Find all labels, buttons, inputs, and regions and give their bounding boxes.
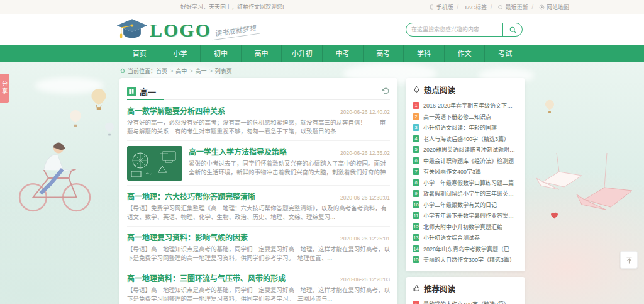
recommended-reading-title: 推荐阅读 (424, 283, 455, 295)
nav-item-2[interactable]: 初中 (200, 45, 241, 62)
search-input[interactable] (406, 26, 502, 33)
rank-badge: 2 (413, 113, 419, 120)
article-item-3: 高一地理复习资料：影响气候的因素 2020-06-26 12:25:01 【导语… (127, 227, 390, 267)
hot-air-balloon-icon (104, 122, 114, 136)
rank-badge: 9 (413, 190, 419, 197)
article-item-1: 高一学生入学方法指导及策略 2020-06-26 12:35:02 紧张的中考过… (127, 141, 390, 186)
nav-item-3[interactable]: 高中 (241, 45, 282, 62)
breadcrumb-prefix: 当前位置： (128, 67, 156, 75)
hot-reading-item-9[interactable]: 10 小学二年级跟数学有关的日记 (413, 200, 518, 211)
logo-text: LOGO (150, 20, 211, 41)
topbar-link-3[interactable]: 网站地图 (528, 3, 569, 11)
article-summary: 紧张的中考过去了，同学们怀着激动又兴奋的心情踏入了高中的校园。面对全新的生活环境… (189, 159, 390, 177)
site-header: LOGO 读书成就梦想 (0, 14, 644, 45)
thumbs-up-icon (413, 284, 421, 293)
hot-air-balloon-icon (91, 88, 107, 111)
nav-item-8[interactable]: 作文 (444, 45, 485, 62)
undo-icon[interactable] (381, 87, 390, 96)
article-title[interactable]: 高一地理资料：三圈环流与气压带、风带的形成 (127, 273, 286, 283)
hot-reading-item-2[interactable]: 3 小升初语文阅读：年轻的国旗 (413, 122, 518, 133)
sitemap-icon (539, 4, 545, 10)
hot-reading-item-10[interactable]: 11 小学五年级下册数学暑假作业答案【20-61 (413, 210, 518, 222)
rank-badge: 15 (413, 256, 419, 263)
nav-item-6[interactable]: 高考 (363, 45, 404, 62)
recommended-reading-panel: 推荐阅读 1 最欣赏的人作文400字（精选3篇） 2 关于感恩的中考满分作文60… (406, 277, 525, 304)
article-thumbnail[interactable] (127, 146, 182, 181)
article-date: 2020-06-26 12:30:01 (335, 194, 390, 201)
recommended-reading-item-0[interactable]: 1 最欣赏的人作文400字（精选3篇） (413, 299, 518, 304)
nav-item-4[interactable]: 小升初 (281, 45, 322, 62)
article-title[interactable]: 高一地理复习资料：影响气候的因素 (127, 232, 248, 242)
share-button[interactable]: 分享 (0, 74, 9, 103)
cyclist-illustration (13, 132, 96, 215)
hot-reading-header: 热点阅读 (413, 84, 518, 96)
main-navigation: 首页小学初中高中小升初中考高考学科作文考试 (0, 45, 644, 62)
hot-reading-item-4[interactable]: 5 2020雅思英语阅读临考冲刺试题附答案 (413, 144, 518, 155)
hot-reading-item-13[interactable]: 14 2020年山东青岛中考数学真题（已公布） (413, 244, 518, 255)
article-thumbnail-image (127, 146, 182, 181)
back-to-top-button[interactable] (620, 251, 638, 269)
hot-reading-item-0[interactable]: 1 2016-2020年春学期五年级语文下期末模拟 (413, 100, 518, 111)
hot-reading-item-14[interactable]: 15 美丽的大自然作文300字（精选3篇） (413, 254, 518, 266)
search-button[interactable] (502, 23, 522, 36)
heart-icon (550, 211, 558, 219)
rank-badge: 1 (413, 102, 419, 109)
hot-reading-item-6[interactable]: 7 有关风雨作文400字3篇 (413, 166, 518, 177)
brand-slogan: 读书成就梦想 (211, 22, 260, 40)
article-title[interactable]: 高一数学解题要分析四种关系 (127, 105, 225, 116)
hot-reading-item-5[interactable]: 6 中级会计职称题库《经济法》检测题 (413, 155, 518, 167)
nav-item-0[interactable]: 首页 (119, 45, 160, 62)
search-box (406, 23, 523, 37)
article-item-0: 高一数学解题要分析四种关系 2020-06-26 12:40:02 没有好的高一… (127, 100, 390, 141)
rank-badge: 11 (413, 212, 419, 219)
article-list-panel: 高一 高一数学解题要分析四种关系 2020-06-26 12:40:02 没有好… (119, 78, 397, 304)
article-date: 2020-06-26 12:25:01 (335, 235, 390, 242)
origami-crane-decoration (531, 153, 638, 219)
breadcrumb-item-1[interactable]: 高中 (167, 67, 187, 75)
rank-badge: 12 (413, 223, 419, 230)
hot-air-balloon-icon (69, 110, 82, 127)
hot-reading-item-1[interactable]: 2 高一英语下册必修二知识点 (413, 111, 518, 123)
hot-reading-title: 热点阅读 (424, 84, 455, 96)
graduation-cap-icon (116, 16, 148, 43)
rank-badge: 5 (413, 146, 419, 153)
rank-badge: 1 (413, 301, 419, 304)
article-summary: 【导语】免费学习网汇集整理《高一地理：六大技巧帮你答题完整清晰》，以及的高考备考… (127, 204, 390, 222)
welcome-text: 好好学习，天天向上，红袖作文网欢迎您! (180, 0, 284, 14)
hot-reading-item-7[interactable]: 8 小学一年级寒假数学口算练习题三篇 (413, 177, 518, 189)
breadcrumb-item-0[interactable]: 首页 (156, 67, 167, 75)
topbar-links: 手机版TAG标签最近更新网站地图 (429, 0, 569, 14)
recommended-reading-header: 推荐阅读 (413, 283, 518, 295)
rank-badge: 14 (413, 245, 419, 252)
breadcrumb: 当前位置： 首页高中高一列表页 (119, 65, 232, 76)
hot-reading-item-3[interactable]: 4 老人与海读后感400字（精选3篇） (413, 133, 518, 145)
breadcrumb-item-2[interactable]: 高一 (187, 67, 206, 75)
nav-item-9[interactable]: 考试 (484, 45, 525, 62)
rank-badge: 10 (413, 201, 419, 208)
article-item-2: 高一地理：六大技巧帮你答题完整清晰 2020-06-26 12:30:01 【导… (127, 186, 390, 227)
nav-item-7[interactable]: 学科 (403, 45, 444, 62)
nav-item-1[interactable]: 小学 (160, 45, 201, 62)
home-icon (119, 67, 126, 74)
nav-item-5[interactable]: 中考 (322, 45, 363, 62)
article-date: 2020-06-26 12:20:03 (335, 276, 390, 283)
article-title[interactable]: 高一学生入学方法指导及策略 (189, 146, 287, 157)
rank-badge: 8 (413, 179, 419, 186)
article-date: 2020-06-26 12:40:02 (335, 109, 390, 115)
article-title[interactable]: 高一地理：六大技巧帮你答题完整清晰 (127, 191, 255, 201)
rank-badge: 7 (413, 168, 419, 175)
breadcrumb-item-3[interactable]: 列表页 (207, 67, 232, 75)
topbar-link-2[interactable]: 最近更新 (487, 3, 528, 11)
top-utility-bar: 好好学习，天天向上，红袖作文网欢迎您! 手机版TAG标签最近更新网站地图 (0, 0, 644, 14)
hot-reading-item-11[interactable]: 12 北师大附中小升初数学真题汇编 (413, 222, 518, 233)
list-header: 高一 (127, 83, 390, 100)
rank-badge: 6 (413, 157, 419, 164)
hot-reading-item-12[interactable]: 13 小升初语文综合测试卷 (413, 232, 518, 244)
hot-reading-item-8[interactable]: 9 放暑假期间留给小学生的三年级英语作文范文 (413, 188, 518, 200)
topbar-link-0[interactable]: 手机版 (429, 3, 453, 11)
site-logo[interactable]: LOGO (116, 16, 211, 43)
topbar-link-1[interactable]: TAG标签 (453, 3, 487, 11)
hot-reading-panel: 热点阅读 1 2016-2020年春学期五年级语文下期末模拟 2 高一英语下册必… (406, 78, 525, 271)
article-summary: 【导语】高一地理知识点是高考的基础，同学们一定要复习好高一地理，这样才能在复习好… (127, 245, 390, 262)
article-item-4: 高一地理资料：三圈环流与气压带、风带的形成 2020-06-26 12:20:0… (127, 267, 390, 304)
